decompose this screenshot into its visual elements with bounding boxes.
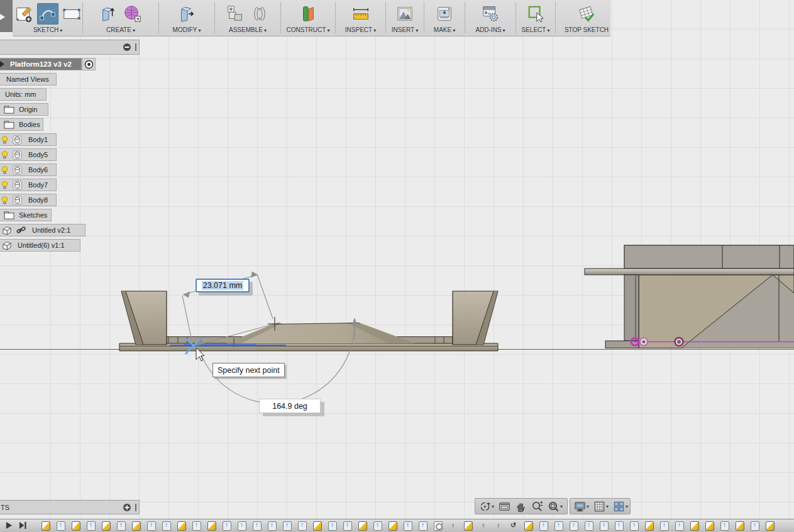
browser-item-untitled6-v1[interactable]: Untitled(6) v1:1 — [0, 239, 80, 252]
3d-print-tool-icon[interactable] — [434, 3, 455, 25]
expand-plus-icon[interactable] — [123, 503, 131, 512]
construct-plane-tool-icon[interactable] — [297, 3, 319, 25]
look-at-button[interactable] — [499, 501, 510, 513]
extrude-feature-icon[interactable] — [539, 521, 548, 531]
zoom-button[interactable] — [531, 501, 543, 513]
inspect-menu[interactable]: INSPECT▾ — [345, 26, 376, 35]
pan-button[interactable] — [515, 501, 527, 513]
extrude-feature-icon[interactable] — [570, 521, 578, 531]
browser-item-body5[interactable]: Body5 — [0, 148, 57, 161]
browser-item-body1[interactable]: Body1 — [0, 133, 57, 146]
display-settings-button[interactable]: ▾ — [574, 501, 589, 513]
measure-tool-icon[interactable] — [350, 3, 372, 25]
insert-menu[interactable]: INSERT▾ — [392, 26, 419, 35]
visibility-bulb-icon[interactable] — [1, 135, 8, 145]
extrude-tool-icon[interactable] — [98, 3, 119, 25]
extrude-feature-icon[interactable] — [675, 521, 684, 531]
sketch-spline-tool-icon[interactable] — [37, 3, 58, 25]
extrude-feature-icon[interactable] — [751, 521, 759, 531]
extrude-feature-icon[interactable] — [615, 521, 624, 531]
timeline-play-icon[interactable] — [5, 521, 13, 529]
browser-item-bodies[interactable]: Bodies — [0, 118, 43, 131]
sketch-point[interactable] — [631, 338, 639, 346]
sketch-menu[interactable]: SKETCH▾ — [33, 26, 63, 35]
sketch-feature-icon[interactable] — [313, 521, 322, 531]
extrude-feature-icon[interactable] — [87, 521, 96, 531]
create-menu[interactable]: CREATE▾ — [106, 26, 135, 35]
orbit-button[interactable]: ▾ — [479, 501, 494, 513]
sketch-feature-icon[interactable] — [645, 521, 654, 531]
browser-item-body8[interactable]: Body8 — [0, 194, 57, 206]
scripts-addins-tool-icon[interactable] — [480, 3, 501, 25]
panel-collapse-strip[interactable] — [0, 0, 13, 32]
visibility-bulb-icon[interactable] — [1, 196, 8, 205]
extrude-feature-icon[interactable] — [419, 521, 427, 531]
arrow-feature-icon[interactable] — [449, 521, 458, 531]
dimension-length-input[interactable]: 23.071 mm — [196, 279, 250, 292]
right-body-group[interactable] — [585, 245, 794, 348]
dimension-angle-input[interactable]: 164.9 deg — [259, 399, 321, 413]
construct-menu[interactable]: CONSTRUCT▾ — [287, 26, 330, 35]
extrude-feature-icon[interactable] — [600, 521, 609, 531]
extrude-feature-icon[interactable] — [283, 521, 292, 531]
sketch-feature-icon[interactable] — [177, 521, 186, 531]
browser-item-body7[interactable]: Body7 — [0, 179, 57, 191]
extrude-feature-icon[interactable] — [162, 521, 171, 531]
viewport-canvas[interactable] — [0, 0, 794, 532]
sketch-feature-icon[interactable] — [207, 521, 216, 531]
sketch-feature-icon[interactable] — [389, 521, 397, 531]
browser-root-node[interactable]: Platform123 v3 v2 — [0, 58, 82, 70]
extrude-feature-icon[interactable] — [720, 521, 729, 531]
left-body-group[interactable] — [119, 291, 498, 351]
extrude-feature-icon[interactable] — [117, 521, 126, 531]
extrude-feature-icon[interactable] — [373, 521, 382, 531]
sketch-feature-icon[interactable] — [358, 521, 367, 531]
sketch-feature-icon[interactable] — [690, 521, 699, 531]
create-form-tool-icon[interactable] — [122, 3, 143, 25]
extrude-feature-icon[interactable] — [57, 521, 65, 531]
activate-component-radio[interactable] — [82, 58, 96, 70]
extrude-feature-icon[interactable] — [585, 521, 593, 531]
sketch-feature-icon[interactable] — [705, 521, 714, 531]
sketch-feature-icon[interactable] — [524, 521, 533, 531]
extrude-feature-icon[interactable] — [223, 521, 231, 531]
grid-settings-button[interactable]: ▾ — [593, 501, 609, 513]
extrude-feature-icon[interactable] — [298, 521, 307, 531]
collapse-minus-icon[interactable] — [123, 43, 131, 52]
insert-image-tool-icon[interactable] — [394, 3, 416, 25]
sketch-point[interactable] — [675, 338, 683, 346]
browser-item-untitled-v2[interactable]: Untitled v2:1 — [0, 224, 85, 236]
modify-menu[interactable]: MODIFY▾ — [173, 26, 201, 35]
press-pull-tool-icon[interactable] — [176, 3, 197, 25]
timeline-skip-end-icon[interactable] — [19, 521, 27, 529]
visibility-bulb-icon[interactable] — [1, 150, 8, 160]
viewports-button[interactable]: ▾ — [613, 501, 628, 513]
extrude-feature-icon[interactable] — [404, 521, 412, 531]
expand-arrow-icon[interactable] — [0, 60, 5, 68]
joint-tool-icon[interactable] — [249, 3, 270, 25]
sketch-line-magenta[interactable] — [631, 338, 794, 346]
extrude-feature-icon[interactable] — [630, 521, 639, 531]
visibility-bulb-icon[interactable] — [1, 165, 8, 175]
sketch-feature-icon[interactable] — [464, 521, 473, 531]
comments-collapsed-bar[interactable]: TS — [0, 500, 140, 514]
create-sketch-icon[interactable] — [13, 3, 35, 25]
select-menu[interactable]: SELECT▾ — [522, 26, 550, 35]
stop-sketch-icon[interactable] — [576, 3, 597, 25]
browser-item-units[interactable]: Units: mm — [0, 88, 47, 101]
browser-item-sketches[interactable]: Sketches — [0, 209, 52, 221]
sketch-feature-icon[interactable] — [132, 521, 141, 531]
select-tool-icon[interactable] — [525, 3, 546, 25]
extrude-feature-icon[interactable] — [192, 521, 201, 531]
extrude-feature-icon[interactable] — [554, 521, 563, 531]
extrude-feature-icon[interactable] — [238, 521, 246, 531]
extrude-feature-icon[interactable] — [660, 521, 669, 531]
hole-feature-icon[interactable] — [434, 521, 443, 531]
sketch-feature-icon[interactable] — [72, 521, 80, 531]
sketch-point[interactable] — [640, 338, 648, 346]
arrow-feature-icon[interactable] — [479, 521, 488, 531]
extrude-feature-icon[interactable] — [268, 521, 277, 531]
extrude-feature-icon[interactable] — [147, 521, 156, 531]
browser-item-origin[interactable]: Origin — [0, 103, 48, 116]
sketch-feature-icon[interactable] — [736, 521, 744, 531]
